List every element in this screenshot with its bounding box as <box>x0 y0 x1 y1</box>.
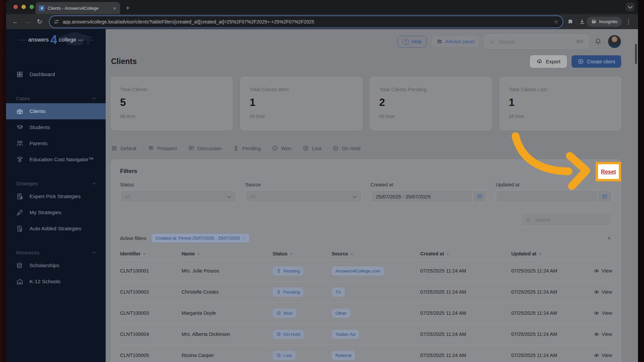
create-client-button[interactable]: Create client <box>572 55 621 68</box>
created-at-calendar-button[interactable] <box>472 190 487 202</box>
tab-default[interactable]: Default <box>111 145 137 152</box>
column-header-name[interactable]: Name∨ <box>181 251 272 256</box>
tab-on-hold[interactable]: On Hold <box>332 145 360 152</box>
sidebar-item-auto-added-strategies[interactable]: Auto Added Strategies <box>6 221 106 237</box>
cell-source: TV <box>332 288 420 297</box>
table-row: CLNT100001 Mrs. Julie Pouros Pending Ans… <box>120 260 612 281</box>
tab-label: Prospect <box>157 145 177 151</box>
view-button[interactable]: View <box>594 289 612 295</box>
sidebar-section-cases[interactable]: Cases <box>6 94 106 103</box>
cell-identifier: CLNT100003 <box>120 310 181 316</box>
clients-panel: Filters Status All Source All <box>111 160 621 362</box>
back-button[interactable]: ← <box>10 16 21 27</box>
tab-prospect[interactable]: Prospect <box>148 145 177 152</box>
minimize-window-button[interactable] <box>21 5 26 9</box>
help-button[interactable]: ? Help <box>397 36 427 48</box>
column-header-updated-at[interactable]: Updated at∨ <box>511 251 587 256</box>
sort-icon[interactable]: ∨ <box>290 252 292 256</box>
cell-identifier: CLNT100001 <box>120 268 181 274</box>
view-button[interactable]: View <box>594 310 612 316</box>
sidebar-item-education-cost-navigator[interactable]: Education Cost Navigator™ <box>6 152 106 168</box>
help-label: Help <box>412 39 422 44</box>
sidebar-item-parents[interactable]: Parents <box>6 135 106 152</box>
tab-search-button[interactable] <box>626 3 635 11</box>
browser-menu-icon[interactable]: ⋮ <box>623 16 634 27</box>
pause-circle-icon <box>276 332 281 337</box>
url-bar[interactable]: app.answers4college.local/advisor/client… <box>49 15 563 28</box>
user-avatar[interactable] <box>608 35 621 48</box>
cell-name: Margarita Doyle <box>181 310 272 316</box>
cell-identifier: CLNT100005 <box>120 353 181 358</box>
sidebar-item-label: Scholarships <box>30 262 59 268</box>
advisor-panel-label: Advisor panel <box>445 39 475 44</box>
stat-label: Total Clients Won <box>250 86 353 92</box>
status-select[interactable]: All <box>120 190 236 203</box>
sidebar-item-my-strategies[interactable]: My Strategies <box>6 204 106 221</box>
notifications-bell-icon[interactable] <box>594 38 602 45</box>
sort-icon[interactable]: ∨ <box>446 252 449 256</box>
close-window-button[interactable] <box>13 5 18 9</box>
view-button[interactable]: View <box>594 331 612 337</box>
active-filter-chip[interactable]: Created at: Period 25/07/2025 - 25/07/20… <box>152 234 249 243</box>
table-search[interactable] <box>521 213 612 226</box>
global-search[interactable]: ⌘K <box>484 35 588 49</box>
sidebar-item-k12-schools[interactable]: K-12 Schools <box>6 274 106 290</box>
sidebar-section-strategies[interactable]: Strategies <box>6 179 106 188</box>
reload-button[interactable]: ↻ <box>34 16 45 27</box>
extensions-icon[interactable] <box>567 19 573 25</box>
sidebar-section-resources[interactable]: Resources <box>6 248 106 257</box>
sidebar-item-clients[interactable]: Clients <box>6 103 106 119</box>
source-select[interactable]: All <box>245 190 362 203</box>
url-text: app.answers4college.local/advisor/client… <box>63 19 550 24</box>
tab-discussion[interactable]: Discussion <box>188 145 222 152</box>
advisor-panel-button[interactable]: Advisor panel <box>432 36 479 47</box>
forward-button[interactable]: → <box>22 16 33 27</box>
clear-filters-icon[interactable]: × <box>606 235 612 242</box>
tab-close-icon[interactable]: × <box>112 5 117 11</box>
zoom-window-button[interactable] <box>30 5 34 9</box>
sidebar-item-expert-pick-strategies[interactable]: Expert Pick Strategies <box>6 188 106 204</box>
app-logo[interactable]: answers 4 college .com <box>6 29 106 51</box>
sort-icon[interactable]: ∨ <box>197 252 200 256</box>
cell-identifier: CLNT100004 <box>120 331 181 337</box>
updated-at-input[interactable] <box>500 193 597 200</box>
chip-close-icon[interactable]: × <box>243 236 246 241</box>
tab-pending[interactable]: Pending <box>233 145 261 152</box>
new-tab-button[interactable]: + <box>123 3 133 13</box>
global-search-input[interactable] <box>498 39 573 45</box>
browser-tab[interactable]: 4 Clients - Answers4College × <box>36 2 120 14</box>
tab-won[interactable]: Won <box>272 145 291 152</box>
column-header-source[interactable]: Source∨ <box>332 251 420 256</box>
cell-actions: View <box>588 268 612 274</box>
bookmark-star-icon[interactable]: ☆ <box>554 18 558 25</box>
status-badge-lost: Lost <box>273 351 296 360</box>
sidebar-item-dashboard[interactable]: Dashboard <box>6 66 106 82</box>
updated-at-calendar-button[interactable] <box>597 190 612 202</box>
scrollbar-thumb[interactable] <box>635 44 637 64</box>
view-tabs: Default Prospect Discussion Pending Won <box>111 145 621 152</box>
tab-lost[interactable]: Lost <box>303 145 321 152</box>
column-header-created-at[interactable]: Created at∨ <box>420 251 511 256</box>
downloads-icon[interactable] <box>579 18 585 25</box>
section-label: Resources <box>16 250 39 255</box>
view-button[interactable]: View <box>594 268 612 274</box>
sort-icon[interactable]: ∨ <box>351 252 353 256</box>
created-at-input[interactable] <box>375 193 472 200</box>
sidebar-item-label: K-12 Schools <box>30 279 60 285</box>
table-search-input[interactable] <box>534 217 607 223</box>
create-client-label: Create client <box>587 59 615 64</box>
column-header-status[interactable]: Status∨ <box>273 251 332 256</box>
reset-link[interactable]: Reset <box>596 162 621 181</box>
sidebar-item-scholarships[interactable]: Scholarships <box>6 257 106 274</box>
column-header-identifier[interactable]: Identifier∨ <box>120 251 181 256</box>
browser-tab-bar: 4 Clients - Answers4College × + <box>6 0 638 14</box>
source-label: Source <box>245 182 362 187</box>
sort-icon[interactable]: ∨ <box>143 252 146 256</box>
window-controls[interactable] <box>13 5 34 9</box>
sort-icon[interactable]: ∨ <box>539 252 541 256</box>
export-button[interactable]: Export <box>530 55 567 68</box>
shortcut-hint: ⌘K <box>576 39 584 44</box>
view-button[interactable]: View <box>594 353 612 358</box>
sidebar-item-label: My Strategies <box>30 209 61 216</box>
sidebar-item-students[interactable]: Students <box>6 119 106 135</box>
